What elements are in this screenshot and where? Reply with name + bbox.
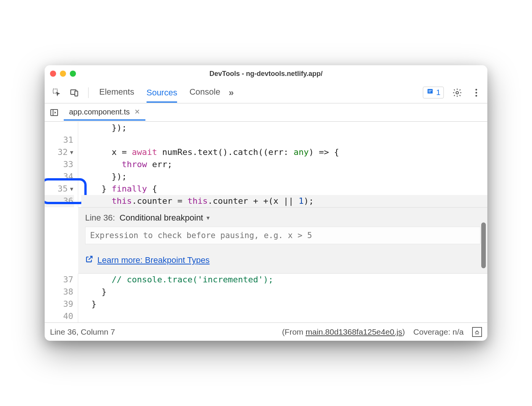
fold-icon[interactable]: ▼ xyxy=(70,146,73,158)
breakpoint-type-label: Conditional breakpoint xyxy=(119,213,203,223)
code-editor-after: 37383940 // console.trace('incremented')… xyxy=(45,274,487,322)
line-number[interactable]: 35 ▼ xyxy=(45,183,74,195)
breakpoint-line-label: Line 36: xyxy=(85,213,115,223)
code-line[interactable]: } xyxy=(81,286,487,298)
svg-rect-3 xyxy=(427,89,432,93)
line-gutter[interactable]: 3132 ▼333435 ▼36 xyxy=(45,122,78,207)
toolbar-divider xyxy=(88,87,89,98)
window-title: DevTools - ng-devtools.netlify.app/ xyxy=(45,70,487,78)
traffic-lights xyxy=(50,71,76,77)
file-tabbar: app.component.ts ✕ xyxy=(45,103,487,122)
line-number[interactable] xyxy=(45,122,74,134)
device-toolbar-icon[interactable] xyxy=(68,86,81,100)
code-line[interactable]: } xyxy=(81,298,487,310)
code-editor: 3132 ▼333435 ▼36 }); x = await numRes.te… xyxy=(45,122,487,207)
code-line[interactable]: x = await numRes.text().catch((err: any)… xyxy=(81,146,487,158)
cursor-position: Line 36, Column 7 xyxy=(50,327,115,337)
code-line[interactable]: }); xyxy=(81,171,487,183)
titlebar: DevTools - ng-devtools.netlify.app/ xyxy=(45,65,487,82)
settings-icon[interactable] xyxy=(451,87,463,98)
svg-rect-10 xyxy=(51,110,58,116)
console-drawer-toggle[interactable] xyxy=(472,327,482,337)
code-line[interactable]: // console.trace('incremented'); xyxy=(81,274,487,286)
line-number[interactable]: 31 xyxy=(45,134,74,146)
issue-count: 1 xyxy=(436,88,440,97)
more-options-icon[interactable] xyxy=(471,87,482,98)
breakpoint-condition-input[interactable] xyxy=(85,227,480,244)
line-number[interactable]: 33 xyxy=(45,158,74,171)
code-area-after[interactable]: // console.trace('incremented'); } } xyxy=(78,274,487,322)
devtools-toolbar: Elements Sources Console » 1 xyxy=(45,82,487,103)
svg-rect-2 xyxy=(75,91,78,96)
zoom-window-button[interactable] xyxy=(70,71,76,77)
svg-point-6 xyxy=(456,91,459,94)
coverage-label: Coverage: n/a xyxy=(413,327,464,337)
svg-rect-5 xyxy=(429,92,431,92)
issue-icon xyxy=(426,88,434,97)
chevron-down-icon: ▼ xyxy=(205,215,211,221)
code-line[interactable] xyxy=(81,310,487,322)
navigator-toggle-icon[interactable] xyxy=(47,105,61,120)
svg-rect-4 xyxy=(429,90,432,91)
code-line[interactable] xyxy=(81,134,487,146)
tab-elements[interactable]: Elements xyxy=(99,83,134,102)
tab-sources[interactable]: Sources xyxy=(147,84,177,103)
line-number[interactable]: 37 xyxy=(45,274,74,286)
file-tab[interactable]: app.component.ts ✕ xyxy=(64,105,145,121)
code-line[interactable]: } finally { xyxy=(81,183,487,195)
line-number[interactable]: 32 ▼ xyxy=(45,146,74,158)
statusbar: Line 36, Column 7 (From main.80d1368fa12… xyxy=(45,322,487,341)
fold-icon[interactable]: ▼ xyxy=(70,183,73,195)
issues-badge[interactable]: 1 xyxy=(423,87,444,98)
svg-point-8 xyxy=(476,92,477,93)
breakpoint-type-dropdown[interactable]: Conditional breakpoint ▼ xyxy=(119,213,211,223)
code-line[interactable]: throw err; xyxy=(81,158,487,171)
learn-more-label: Learn more: Breakpoint Types xyxy=(97,255,210,265)
breakpoint-editor: Line 36: Conditional breakpoint ▼ Learn … xyxy=(78,207,487,274)
scrollbar-thumb[interactable] xyxy=(481,222,486,268)
source-from: (From main.80d1368fa125e4e0.js) xyxy=(282,327,405,337)
file-tab-name: app.component.ts xyxy=(69,108,130,116)
inspect-element-icon[interactable] xyxy=(50,86,64,100)
code-area[interactable]: }); x = await numRes.text().catch((err: … xyxy=(78,122,487,207)
line-number[interactable]: 36 xyxy=(45,195,74,207)
line-number[interactable]: 39 xyxy=(45,298,74,310)
code-line[interactable]: this.counter = this.counter + +(x || 1); xyxy=(81,195,487,207)
line-number[interactable]: 40 xyxy=(45,310,74,322)
source-file-link[interactable]: main.80d1368fa125e4e0.js xyxy=(306,327,402,336)
devtools-window: DevTools - ng-devtools.netlify.app/ Elem… xyxy=(45,65,487,341)
svg-point-9 xyxy=(476,95,477,97)
svg-point-7 xyxy=(476,89,477,90)
panel-tabs: Elements Sources Console xyxy=(99,83,220,102)
minimize-window-button[interactable] xyxy=(60,71,66,77)
learn-more-link[interactable]: Learn more: Breakpoint Types xyxy=(85,255,480,266)
line-number[interactable]: 38 xyxy=(45,286,74,298)
external-link-icon xyxy=(85,255,94,266)
close-tab-icon[interactable]: ✕ xyxy=(134,108,140,116)
tab-console[interactable]: Console xyxy=(189,83,220,102)
close-window-button[interactable] xyxy=(50,71,56,77)
line-number[interactable]: 34 xyxy=(45,171,74,183)
line-gutter-after[interactable]: 37383940 xyxy=(45,274,78,322)
more-tabs-button[interactable]: » xyxy=(229,87,234,98)
code-line[interactable]: }); xyxy=(81,122,487,134)
